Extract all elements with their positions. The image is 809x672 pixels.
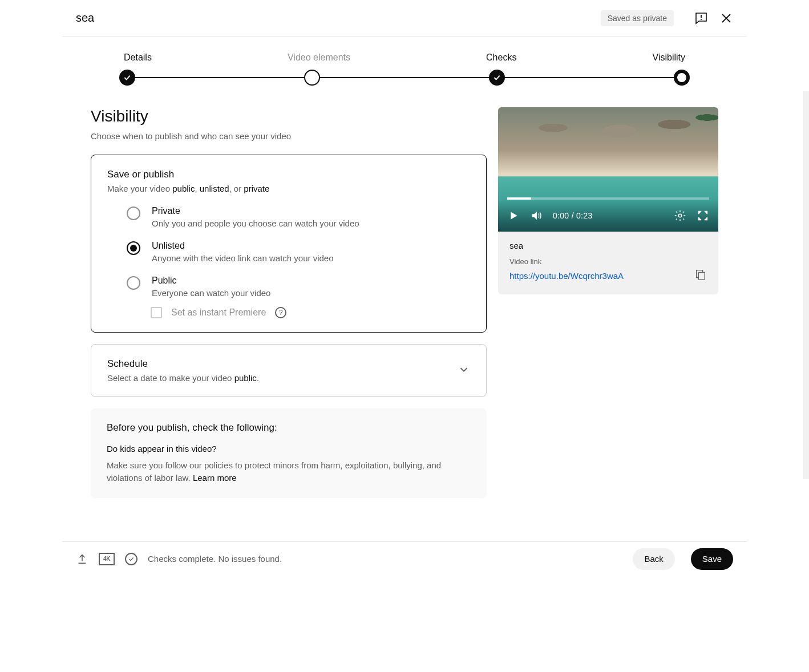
- save-publish-title: Save or publish: [107, 169, 470, 180]
- video-link-label: Video link: [509, 257, 707, 266]
- close-icon[interactable]: [719, 11, 733, 25]
- step-video-elements[interactable]: Video elements: [283, 50, 355, 65]
- footer-status: Checks complete. No issues found.: [148, 554, 282, 564]
- option-unlisted-title: Unlisted: [152, 241, 334, 251]
- option-public-title: Public: [152, 276, 270, 286]
- volume-icon[interactable]: [530, 209, 543, 222]
- option-private-desc: Only you and people you choose can watch…: [152, 218, 359, 228]
- step-checks[interactable]: Checks: [482, 50, 521, 65]
- status-badge: Saved as private: [601, 10, 674, 26]
- premiere-label: Set as instant Premiere: [171, 307, 266, 318]
- check-circle-icon: [125, 553, 137, 565]
- svg-rect-5: [698, 272, 705, 280]
- option-private-title: Private: [152, 206, 359, 216]
- step-node-details[interactable]: [119, 70, 135, 86]
- learn-more-link[interactable]: Learn more: [193, 473, 237, 483]
- step-node-checks[interactable]: [489, 70, 505, 86]
- info-question-kids: Do kids appear in this video?: [107, 444, 471, 454]
- play-icon[interactable]: [507, 209, 520, 222]
- save-publish-card: Save or publish Make your video public, …: [91, 155, 487, 333]
- chevron-down-icon: [458, 363, 470, 378]
- video-preview: 0:00 / 0:23 sea Video link https://youtu…: [498, 107, 718, 294]
- premiere-row: Set as instant Premiere ?: [151, 307, 470, 318]
- page-subtitle: Choose when to publish and who can see y…: [91, 131, 487, 141]
- copy-icon[interactable]: [694, 268, 707, 283]
- svg-point-4: [678, 214, 682, 217]
- option-public[interactable]: Public Everyone can watch your video: [127, 276, 470, 298]
- radio-private[interactable]: [127, 207, 140, 220]
- option-unlisted[interactable]: Unlisted Anyone with the video link can …: [127, 241, 470, 263]
- video-time: 0:00 / 0:23: [553, 211, 592, 220]
- option-public-desc: Everyone can watch your video: [152, 288, 270, 298]
- preview-video-title: sea: [509, 241, 707, 250]
- dialog-footer: 4K Checks complete. No issues found. Bac…: [62, 541, 747, 576]
- step-node-video-elements[interactable]: [304, 70, 320, 86]
- feedback-icon[interactable]: [694, 11, 708, 25]
- step-node-visibility[interactable]: [674, 70, 690, 86]
- save-button[interactable]: Save: [691, 548, 733, 570]
- schedule-title: Schedule: [107, 358, 259, 370]
- schedule-card[interactable]: Schedule Select a date to make your vide…: [91, 344, 487, 397]
- info-title: Before you publish, check the following:: [107, 422, 471, 434]
- radio-unlisted[interactable]: [127, 241, 140, 255]
- stepper: Details Video elements Checks Visibility: [62, 37, 747, 87]
- option-unlisted-desc: Anyone with the video link can watch you…: [152, 253, 334, 263]
- help-icon[interactable]: ?: [275, 307, 286, 318]
- upload-icon[interactable]: [76, 553, 88, 565]
- fullscreen-icon[interactable]: [697, 209, 709, 222]
- step-visibility[interactable]: Visibility: [648, 50, 690, 65]
- scrollbar[interactable]: [803, 91, 809, 479]
- gear-icon[interactable]: [674, 209, 686, 222]
- save-publish-subtitle: Make your video public, unlisted, or pri…: [107, 184, 470, 193]
- schedule-subtitle: Select a date to make your video public.: [107, 373, 259, 383]
- step-details[interactable]: Details: [119, 50, 156, 65]
- option-private[interactable]: Private Only you and people you choose c…: [127, 206, 470, 228]
- radio-public[interactable]: [127, 276, 140, 290]
- info-text-kids: Make sure you follow our policies to pro…: [107, 459, 471, 484]
- premiere-checkbox[interactable]: [151, 307, 162, 318]
- dialog-header: sea Saved as private: [62, 0, 747, 37]
- svg-point-1: [701, 19, 702, 20]
- dialog-title: sea: [76, 11, 94, 25]
- back-button[interactable]: Back: [633, 548, 674, 570]
- video-link-url[interactable]: https://youtu.be/Wcqrchr3waA: [509, 271, 624, 281]
- hd-icon: 4K: [99, 553, 115, 565]
- page-title: Visibility: [91, 107, 487, 126]
- info-box: Before you publish, check the following:…: [91, 408, 487, 498]
- video-thumbnail[interactable]: 0:00 / 0:23: [498, 107, 718, 232]
